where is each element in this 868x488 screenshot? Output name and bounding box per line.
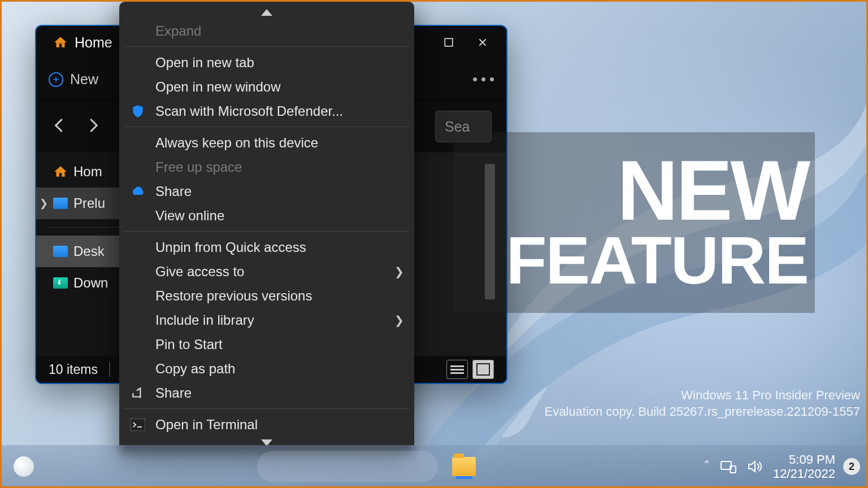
ctx-share[interactable]: Share — [119, 381, 414, 405]
onedrive-icon — [129, 186, 146, 197]
promo-overlay: NEW FEATURE — [453, 132, 815, 313]
ctx-include-library[interactable]: Include in library❯ — [119, 308, 414, 332]
ctx-open-new-window[interactable]: Open in new window — [119, 75, 414, 99]
tab-title: Home — [75, 34, 112, 51]
maximize-button[interactable] — [432, 30, 466, 55]
ctx-free-up-space: Free up space — [119, 155, 414, 179]
taskbar: ˄ 5:09 PM 12/21/2022 2 — [0, 445, 868, 488]
ctx-scan-defender[interactable]: Scan with Microsoft Defender... — [119, 99, 414, 123]
new-button[interactable]: + New — [49, 71, 98, 88]
taskbar-file-explorer[interactable] — [448, 451, 480, 482]
item-count: 10 items — [49, 362, 98, 377]
downloads-folder-icon — [53, 277, 68, 289]
folder-icon — [53, 246, 68, 257]
tray-overflow-button[interactable]: ˄ — [704, 459, 710, 474]
ctx-open-terminal[interactable]: Open in Terminal — [119, 412, 414, 437]
context-menu: Expand Open in new tab Open in new windo… — [119, 2, 414, 454]
weather-widget[interactable] — [14, 456, 34, 477]
tab-home[interactable]: Home — [53, 34, 112, 51]
folder-icon — [452, 457, 476, 476]
time: 5:09 PM — [773, 452, 835, 467]
volume-icon[interactable] — [747, 459, 763, 474]
home-icon — [53, 35, 68, 50]
home-icon — [53, 164, 68, 179]
ctx-pin-to-start[interactable]: Pin to Start — [119, 332, 414, 356]
promo-line-2: FEATURE — [506, 229, 808, 292]
chevron-right-icon: ❯ — [394, 265, 404, 278]
ctx-copy-as-path[interactable]: Copy as path — [119, 356, 414, 381]
desktop-watermark: Windows 11 Pro Insider Preview Evaluatio… — [544, 387, 860, 420]
ctx-give-access-to[interactable]: Give access to❯ — [119, 259, 414, 284]
clock[interactable]: 5:09 PM 12/21/2022 2 — [773, 452, 860, 481]
list-view-button[interactable] — [446, 360, 468, 379]
more-button[interactable] — [473, 77, 494, 81]
ctx-share-cloud[interactable]: Share — [119, 179, 414, 203]
network-icon[interactable] — [720, 459, 737, 474]
close-button[interactable] — [466, 30, 500, 55]
folder-icon — [53, 198, 68, 209]
details-view-button[interactable] — [472, 360, 494, 379]
ctx-unpin-quick-access[interactable]: Unpin from Quick access — [119, 235, 414, 259]
svg-rect-0 — [445, 38, 453, 46]
chevron-right-icon: ❯ — [40, 197, 48, 210]
taskbar-search[interactable] — [257, 451, 438, 482]
new-label: New — [70, 71, 98, 88]
shield-icon — [129, 104, 146, 119]
ctx-restore-previous[interactable]: Restore previous versions — [119, 284, 414, 308]
notification-badge[interactable]: 2 — [843, 458, 860, 475]
terminal-icon — [129, 419, 146, 431]
back-button[interactable] — [51, 117, 68, 136]
ctx-open-new-tab[interactable]: Open in new tab — [119, 50, 414, 75]
ctx-view-online[interactable]: View online — [119, 203, 414, 228]
system-tray: ˄ 5:09 PM 12/21/2022 2 — [704, 452, 860, 481]
svg-rect-1 — [131, 419, 145, 431]
scroll-up-arrow[interactable] — [119, 6, 414, 19]
ctx-expand: Expand — [119, 19, 414, 43]
forward-button[interactable] — [85, 117, 102, 136]
plus-icon: + — [49, 72, 63, 87]
ctx-keep-on-device[interactable]: Always keep on this device — [119, 130, 414, 155]
share-icon — [129, 386, 146, 400]
date: 12/21/2022 — [773, 467, 835, 481]
promo-line-1: NEW — [617, 152, 808, 229]
chevron-right-icon: ❯ — [394, 313, 404, 327]
